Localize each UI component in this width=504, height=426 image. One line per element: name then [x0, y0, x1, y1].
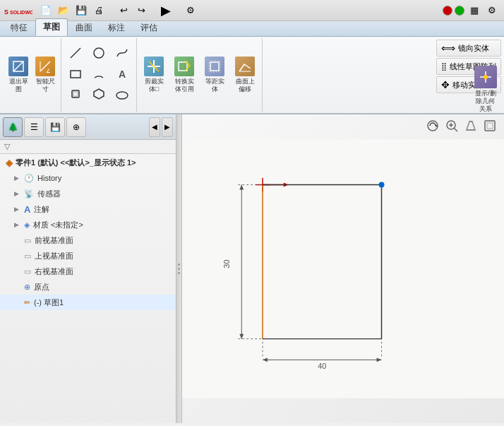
- linear-pattern-icon: ⣿: [441, 62, 447, 71]
- save-button[interactable]: 💾: [73, 3, 89, 18]
- lines-content: A: [64, 40, 133, 110]
- hexagon-button[interactable]: [88, 85, 110, 104]
- undo-button[interactable]: ↩: [116, 3, 131, 18]
- show-hide-relations-button[interactable]: 显示/删除几何关系: [470, 64, 501, 114]
- arrow-icon-2: ▶: [14, 190, 19, 197]
- target-button[interactable]: ⊕: [66, 117, 86, 137]
- tree-item-material[interactable]: ▶ ◈ 材质 <未指定>: [0, 217, 176, 232]
- status-red: [443, 6, 452, 16]
- trim-button[interactable]: 剪裁实体□: [140, 54, 168, 96]
- tree-item-front-plane[interactable]: ▭ 前视基准面: [0, 232, 176, 248]
- line-button[interactable]: [64, 45, 87, 63]
- tree-item-sensors-label: 传感器: [37, 189, 61, 199]
- filter-icon: ▽: [4, 142, 10, 151]
- collapse-right-button[interactable]: ▶: [162, 117, 173, 137]
- tree-item-sketch1-label: (-) 草图1: [34, 297, 64, 308]
- exit-sketch-label: 退出草图: [9, 78, 28, 93]
- filter-bar: ▽: [0, 140, 176, 154]
- material-icon: ◈: [24, 220, 30, 230]
- feature-tree: ◈ 零件1 (默认) <<默认>_显示状态 1> ▶ 🕐 History ▶ 📡…: [0, 154, 176, 423]
- move-entity-icon: ✥: [441, 79, 450, 90]
- offset-button[interactable]: 等距实体: [200, 54, 229, 96]
- horizontal-dim-text: 40: [318, 362, 326, 370]
- svg-marker-12: [94, 89, 104, 99]
- collapse-left-button[interactable]: ◀: [149, 117, 160, 137]
- convert-button[interactable]: 转换实体引用: [170, 54, 198, 96]
- ribbon: 退出草图 ∠ 智能尺寸: [0, 37, 504, 114]
- tree-item-annotation-label: 注解: [34, 204, 49, 215]
- tree-item-annotations[interactable]: ▶ A 注解: [0, 201, 176, 217]
- svg-point-13: [116, 92, 128, 99]
- surface-sketch-button[interactable]: 曲面上偏移: [231, 54, 259, 96]
- config-button[interactable]: 💾: [45, 117, 65, 137]
- quick-access-toolbar: 📄 📂 💾 🖨 ↩ ↪ ▶ ⚙: [38, 3, 198, 18]
- mirror-button[interactable]: ⟺ 镜向实体: [436, 40, 501, 57]
- arc-button[interactable]: [88, 65, 110, 83]
- svg-text:SOLIDWORKS: SOLIDWORKS: [10, 10, 32, 15]
- main-area: 🌲 ☰ 💾 ⊕ ◀ ▶ ▽ ◈ 零件1 (默认) <<默认>_显示状态 1> ▶…: [0, 114, 504, 423]
- tab-features[interactable]: 特征: [3, 19, 35, 36]
- tab-sketch[interactable]: 草图: [35, 18, 68, 36]
- surface-sketch-label: 曲面上偏移: [236, 78, 255, 93]
- drawing-canvas-area: 30 40: [182, 114, 504, 423]
- options-button[interactable]: ⚙: [183, 3, 198, 18]
- svg-point-44: [379, 182, 385, 188]
- view-options[interactable]: ▦: [467, 3, 482, 18]
- text-button[interactable]: A: [111, 65, 133, 83]
- relations-label: 显示/删除几何关系: [475, 90, 496, 112]
- exit-sketch-button[interactable]: 退出草图: [6, 54, 31, 96]
- tree-item-history-label: History: [37, 174, 61, 182]
- tree-item-history[interactable]: ▶ 🕐 History: [0, 170, 176, 186]
- svg-rect-18: [210, 62, 219, 71]
- ops-content: 剪裁实体□ 转换实体引用 等距实体 曲面上偏移: [140, 40, 259, 110]
- settings-icon[interactable]: ⚙: [484, 3, 500, 18]
- open-button[interactable]: 📂: [56, 3, 71, 18]
- tree-item-top-plane[interactable]: ▭ 上视基准面: [0, 248, 176, 264]
- panel-resize-handle[interactable]: [176, 114, 182, 423]
- tree-item-origin[interactable]: ⊕ 原点: [0, 279, 176, 295]
- hexagon-icon: [92, 88, 105, 102]
- origin-icon: ⊕: [24, 283, 30, 292]
- redo-button[interactable]: ↪: [133, 3, 149, 18]
- properties-button[interactable]: ☰: [24, 117, 44, 137]
- offset-label: 等距实体: [205, 78, 224, 93]
- circle-button[interactable]: [88, 45, 110, 63]
- tree-item-front-label: 前视基准面: [35, 235, 73, 246]
- ribbon-section-ops: 剪裁实体□ 转换实体引用 等距实体 曲面上偏移: [137, 38, 263, 112]
- exit-content: 退出草图 ∠ 智能尺寸: [6, 40, 58, 110]
- tree-root-item[interactable]: ◈ 零件1 (默认) <<默认>_显示状态 1>: [0, 155, 176, 170]
- app-logo: S SOLIDWORKS: [4, 4, 32, 18]
- mirror-label: 镜向实体: [458, 43, 489, 54]
- status-green: [455, 6, 464, 16]
- smart-dimension-button[interactable]: ∠ 智能尺寸: [32, 54, 58, 96]
- arrow-icon: ▶: [14, 174, 19, 182]
- new-button[interactable]: 📄: [38, 3, 54, 18]
- tree-item-right-plane[interactable]: ▭ 右视基准面: [0, 264, 176, 279]
- ellipse-button[interactable]: [111, 85, 133, 104]
- tree-item-material-label: 材质 <未指定>: [33, 220, 83, 230]
- polygon-button[interactable]: [64, 85, 87, 104]
- tab-surface[interactable]: 曲面: [68, 19, 100, 36]
- rect-button[interactable]: [64, 65, 87, 83]
- surface-sketch-icon: [235, 57, 255, 76]
- relations-icon: [474, 66, 497, 88]
- plane-icon-3: ▭: [24, 267, 31, 276]
- show-hide-relations-section: 显示/删除几何关系: [470, 64, 501, 114]
- smart-dim-icon: ∠: [35, 57, 55, 76]
- tree-item-sensors[interactable]: ▶ 📡 传感器: [0, 186, 176, 201]
- tab-evaluate[interactable]: 评估: [133, 19, 165, 36]
- tree-item-origin-label: 原点: [34, 282, 49, 292]
- smart-dim-label: 智能尺寸: [36, 78, 55, 93]
- tree-item-sketch1[interactable]: ✏ (-) 草图1: [0, 295, 176, 310]
- svg-rect-11: [73, 92, 78, 96]
- spline-button[interactable]: [111, 45, 133, 63]
- rebuild-button[interactable]: ▶: [158, 3, 174, 18]
- svg-line-7: [71, 48, 80, 58]
- arrow-icon-4: ▶: [14, 221, 19, 228]
- tab-markup[interactable]: 标注: [100, 19, 133, 36]
- plane-icon-1: ▭: [24, 236, 31, 245]
- feature-tree-button[interactable]: 🌲: [3, 117, 23, 137]
- print-button[interactable]: 🖨: [91, 3, 107, 18]
- circle-icon: [92, 47, 105, 61]
- ribbon-section-lines: A: [61, 38, 137, 112]
